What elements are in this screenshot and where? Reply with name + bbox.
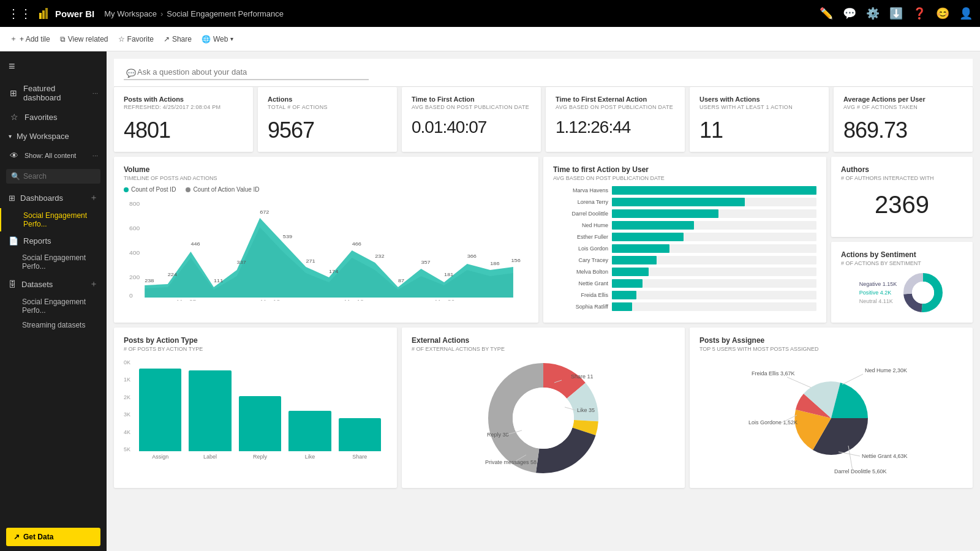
chart-title: Posts by Assignee [699, 336, 963, 345]
kpi-value: 11 [699, 118, 819, 143]
bar-label: Lorena Terry [553, 199, 608, 205]
sidebar-item-featured-dashboard[interactable]: ⊞ Featured dashboard ··· [0, 79, 107, 107]
chart-subtitle: TOP 5 USERS WITH MOST POSTS ASSIGNED [699, 346, 963, 352]
get-data-button[interactable]: ↗ Get Data [6, 528, 100, 546]
sidebar-item-show[interactable]: 👁 Show: All content ··· [0, 146, 107, 165]
hamburger-icon[interactable]: ≡ [0, 54, 107, 79]
more-icon: ··· [92, 89, 98, 97]
top-nav: ⋮⋮ Power BI My Workspace › Social Engage… [0, 0, 980, 27]
kpi-value: 869.73 [843, 118, 963, 143]
search-input[interactable] [6, 169, 100, 184]
svg-text:87: 87 [398, 278, 404, 283]
kpi-users-with-actions: Users with Actions USERS WITH AT LEAST 1… [690, 87, 829, 152]
charts-row2: Posts by Action Type # OF POSTS BY ACTIO… [114, 328, 973, 488]
chevron-down-icon: ▾ [9, 133, 12, 140]
favorite-button[interactable]: ☆ Favorite [118, 35, 154, 43]
kpi-title: Time to First Action [412, 96, 531, 103]
bar-fill [612, 209, 718, 218]
more-icon: ··· [92, 152, 98, 159]
authors-value: 2369 [841, 191, 963, 219]
kpi-subtitle: AVG BASED ON POST PUBLICATION DATE [556, 104, 675, 110]
external-actions-card: External Actions # OF EXTERNAL ACTIONS B… [402, 328, 685, 488]
arrow-icon: ↗ [13, 533, 20, 541]
nav-actions: ✏️ 💬 ⚙️ ⬇️ ❓ 😊 👤 [820, 7, 973, 20]
kpi-avg-actions-per-user: Average Actions per User AVG # OF ACTION… [834, 87, 973, 152]
bar-bg [612, 256, 816, 264]
volume-legend: Count of Post ID Count of Action Value I… [124, 186, 529, 193]
dashboard-grid-icon: ⊞ [9, 193, 15, 203]
web-button[interactable]: 🌐 Web ▾ [202, 35, 233, 43]
help-icon[interactable]: ❓ [913, 7, 926, 20]
kpi-title: Average Actions per User [843, 96, 963, 103]
sidebar-my-workspace[interactable]: ▾ My Workspace [0, 127, 107, 146]
chevron-down-icon: ▾ [230, 36, 233, 42]
download-icon[interactable]: ⬇️ [889, 7, 903, 20]
vbar [239, 396, 281, 451]
sidebar-report-item[interactable]: Social Engagement Perfo... [0, 250, 107, 274]
sidebar-item-favorites[interactable]: ☆ Favorites [0, 107, 107, 127]
bar-row: Nettie Grant [553, 279, 816, 288]
view-related-button[interactable]: ⧉ View related [60, 35, 108, 43]
bar-label: Melva Bolton [553, 269, 608, 275]
svg-text:366: 366 [467, 253, 477, 259]
kpi-title: Actions [268, 96, 387, 103]
add-dataset-button[interactable]: ＋ [89, 279, 98, 290]
search-wrapper: 🔍 [0, 165, 107, 187]
share-button[interactable]: ↗ Share [164, 35, 192, 43]
breadcrumb-workspace[interactable]: My Workspace [104, 9, 157, 18]
svg-line-58 [848, 446, 853, 471]
pie-group [794, 381, 868, 455]
svg-text:Nettie Grant 4,63K: Nettie Grant 4,63K [862, 453, 908, 459]
kpi-subtitle: TOTAL # OF ACTIONS [268, 104, 387, 110]
kpi-value: 1.12:26:44 [556, 118, 675, 137]
svg-rect-1 [42, 10, 45, 19]
vbar [139, 369, 181, 451]
sidebar-streaming-item[interactable]: Streaming datasets [0, 318, 107, 332]
sidebar-dataset-item[interactable]: Social Engagement Perfo... [0, 294, 107, 318]
main-layout: ≡ ⊞ Featured dashboard ··· ☆ Favorites ▾… [0, 51, 980, 551]
bar-bg [612, 244, 816, 253]
kpi-title: Users with Actions [699, 96, 819, 103]
edit-icon[interactable]: ✏️ [820, 7, 833, 20]
powerbi-logo-icon [38, 7, 51, 20]
app-grid-icon[interactable]: ⋮⋮ [7, 6, 32, 21]
user-icon[interactable]: 👤 [959, 7, 973, 20]
account-icon[interactable]: 😊 [936, 7, 949, 20]
svg-line-50 [842, 374, 863, 384]
svg-text:357: 357 [421, 260, 430, 265]
add-tile-button[interactable]: ＋ + Add tile [10, 34, 50, 44]
sidebar-dashboard-item[interactable]: Social Engagement Perfo... [0, 208, 107, 231]
ask-question-bar: 💬 [114, 59, 973, 87]
bar-row: Lorena Terry [553, 198, 816, 206]
vbar-label: Assign [152, 454, 168, 460]
settings-icon[interactable]: ⚙️ [866, 7, 880, 20]
add-dashboard-button[interactable]: ＋ [89, 192, 98, 203]
report-icon: 📄 [9, 236, 18, 246]
svg-text:Reply 38: Reply 38 [487, 432, 509, 438]
vbar [189, 370, 231, 451]
bar-bg [612, 233, 816, 241]
datasets-section[interactable]: 🗄 Datasets ＋ [0, 274, 107, 294]
chart-subtitle: # OF EXTERNAL ACTIONS BY TYPE [412, 346, 675, 352]
dashboards-section[interactable]: ⊞ Dashboards ＋ [0, 187, 107, 208]
svg-text:337: 337 [237, 260, 246, 265]
reports-section[interactable]: 📄 Reports [0, 231, 107, 250]
comment-icon[interactable]: 💬 [843, 7, 856, 20]
svg-text:Mar 12: Mar 12 [260, 299, 280, 301]
svg-text:200: 200 [129, 274, 140, 280]
star-icon: ☆ [9, 112, 20, 122]
dataset-icon: 🗄 [9, 280, 17, 289]
svg-text:238: 238 [145, 278, 154, 283]
breadcrumb-separator: › [160, 9, 163, 18]
kpi-subtitle: USERS WITH AT LEAST 1 ACTION [699, 104, 819, 110]
kpi-actions: Actions TOTAL # OF ACTIONS 9567 [258, 87, 397, 152]
chart-subtitle: # OF POSTS BY ACTION TYPE [124, 346, 387, 352]
web-icon: 🌐 [202, 35, 211, 43]
vbar-label: Like [305, 454, 315, 460]
bar-row: Cary Tracey [553, 256, 816, 264]
ask-question-input[interactable] [124, 65, 369, 80]
bar-label: Cary Tracey [553, 257, 608, 263]
bar-bg [612, 302, 816, 311]
chart-subtitle: AVG BASED ON POST PUBLICATION DATE [553, 175, 816, 181]
bar-row: Melva Bolton [553, 268, 816, 276]
